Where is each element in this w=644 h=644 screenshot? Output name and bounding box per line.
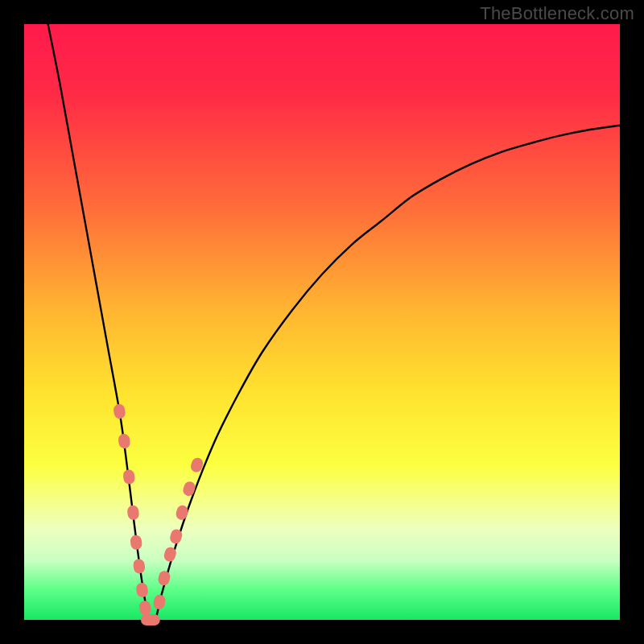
highlight-marker [182, 481, 197, 497]
highlight-markers [113, 403, 204, 625]
highlight-marker [130, 535, 142, 550]
highlight-marker [118, 433, 130, 449]
curve-layer [24, 24, 620, 620]
bottleneck-curve [48, 24, 620, 623]
chart-frame: TheBottleneck.com [0, 0, 644, 644]
highlight-marker [138, 600, 152, 616]
highlight-marker [126, 505, 139, 520]
highlight-marker [122, 469, 135, 485]
highlight-marker [152, 594, 166, 610]
watermark-text: TheBottleneck.com [480, 3, 634, 24]
highlight-marker [146, 614, 160, 625]
highlight-marker [157, 570, 171, 587]
highlight-marker [133, 559, 146, 575]
highlight-marker [135, 582, 148, 598]
highlight-marker [175, 504, 189, 521]
highlight-marker [113, 403, 126, 419]
